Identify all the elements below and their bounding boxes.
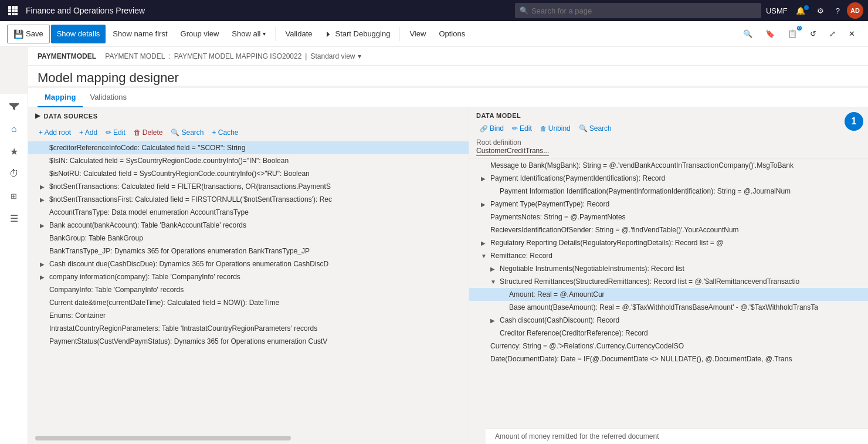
dm-item-4[interactable]: PaymentsNotes: String = @.PaymentNotes xyxy=(469,211,868,223)
dm-item-15[interactable]: Date(DocumentDate): Date = IF(@.Document… xyxy=(469,353,868,365)
tree-item-13[interactable]: Enums: Container xyxy=(28,309,469,322)
delete-ds-btn[interactable]: 🗑 Delete xyxy=(130,127,167,138)
group-view-button[interactable]: Group view xyxy=(175,25,225,43)
app-grid-icon[interactable] xyxy=(5,2,21,19)
show-details-button[interactable]: Show details xyxy=(51,25,106,43)
options-button[interactable]: Options xyxy=(433,25,471,43)
svg-rect-6 xyxy=(8,13,11,15)
dm-item-8[interactable]: ▶ Negotiable Instruments(NegotiableInstr… xyxy=(469,262,868,275)
sidebar-item-recent[interactable]: ⏱ xyxy=(4,163,25,184)
dm-item-2[interactable]: Payment Information Identification(Payme… xyxy=(469,185,868,198)
dm-item-13[interactable]: Creditor Reference(CreditorReference): R… xyxy=(469,327,868,340)
start-debugging-button[interactable]: ⏵ Start Debugging xyxy=(319,25,396,43)
sidebar-item-filter[interactable] xyxy=(4,96,25,117)
tree-item-6-label: Bank account(bankAccount): Table 'BankAc… xyxy=(49,221,246,229)
left-panel-scrollbar-area xyxy=(28,433,469,444)
tree-item-10[interactable]: ▶ company information(company): Table 'C… xyxy=(28,270,469,283)
app-wrapper: Finance and Operations Preview 🔍 USMF 🔔 … xyxy=(0,0,868,444)
tree-item-1[interactable]: $IsIN: Calculated field = SysCountryRegi… xyxy=(28,154,469,167)
sidebar-item-home[interactable]: ⌂ xyxy=(4,118,25,140)
view-selector[interactable]: Standard view ▾ xyxy=(310,52,361,60)
tree-item-14[interactable]: IntrastatCountryRegionParameters: Table … xyxy=(28,322,469,335)
delete-ds-label: Delete xyxy=(143,128,163,137)
expand-btn[interactable]: ⤢ xyxy=(823,25,842,43)
search-toolbar-btn[interactable]: 🔍 xyxy=(737,25,758,43)
root-def-value[interactable]: CustomerCreditTrans... xyxy=(476,147,549,156)
notification-bell-btn[interactable]: 🔔 xyxy=(791,4,810,18)
tab-mapping[interactable]: Mapping xyxy=(38,88,83,107)
dm-item-0[interactable]: Message to Bank(MsgBank): String = @.'ve… xyxy=(469,159,868,172)
sidebar-item-favorites[interactable]: ★ xyxy=(4,141,25,162)
validate-button[interactable]: Validate xyxy=(279,25,318,43)
data-model-tree: Message to Bank(MsgBank): String = @.'ve… xyxy=(469,159,868,433)
search-dm-btn[interactable]: 🔍 Search xyxy=(575,123,615,134)
dm-item-12[interactable]: ▶ Cash discount(CashDiscount): Record xyxy=(469,314,868,327)
tree-item-15[interactable]: PaymentStatus(CustVendPaymStatus): Dynam… xyxy=(28,335,469,348)
tree-item-1-label: $IsIN: Calculated field = SysCountryRegi… xyxy=(49,157,289,165)
data-sources-expand-icon[interactable]: ▶ xyxy=(35,112,40,120)
help-btn[interactable]: ? xyxy=(831,4,845,18)
dm-item-9[interactable]: ▼ Structured Remittances(StructuredRemit… xyxy=(469,275,868,288)
edit-dm-icon: ✏ xyxy=(512,124,518,133)
tree-item-12[interactable]: Current date&time(currentDateTime): Calc… xyxy=(28,296,469,309)
search-ds-btn[interactable]: 🔍 Search xyxy=(167,127,207,138)
dm-item-7-label: Remittance: Record xyxy=(490,252,552,260)
edit-dm-btn[interactable]: ✏ Edit xyxy=(508,123,535,134)
sidebar-item-list[interactable]: ☰ xyxy=(4,208,25,229)
tree-item-9-chevron: ▶ xyxy=(40,261,47,267)
view-selector-chevron-icon: ▾ xyxy=(358,52,361,60)
dm-item-10[interactable]: Amount: Real = @.AmountCur xyxy=(469,288,868,301)
tree-item-4[interactable]: ▶ $notSentTransactionsFirst: Calculated … xyxy=(28,193,469,206)
badge-circle: 1 xyxy=(845,112,863,131)
close-btn[interactable]: ✕ xyxy=(843,25,861,43)
tree-item-3[interactable]: ▶ $notSentTransactions: Calculated field… xyxy=(28,180,469,193)
breadcrumb-part2: PAYMENT MODEL xyxy=(105,52,165,60)
tree-item-9[interactable]: ▶ Cash discount due(CashDiscDue): Dynami… xyxy=(28,257,469,270)
dm-item-11[interactable]: Base amount(BaseAmount): Real = @.'$TaxW… xyxy=(469,301,868,314)
dm-item-1[interactable]: ▶ Payment Identifications(PaymentIdentif… xyxy=(469,172,868,185)
dm-item-3-chevron: ▶ xyxy=(481,201,488,208)
dm-item-14[interactable]: Currency: String = @.'>Relations'.Curren… xyxy=(469,340,868,353)
search-page-input[interactable] xyxy=(515,3,761,18)
dm-item-10-label: Amount: Real = @.AmountCur xyxy=(509,290,605,299)
add-btn[interactable]: + Add xyxy=(76,127,101,138)
bind-btn[interactable]: 🔗 Bind xyxy=(476,123,507,134)
settings-btn[interactable]: ⚙ xyxy=(812,4,829,18)
dm-item-3-label: Payment Type(PaymentType): Record xyxy=(490,200,609,208)
view-button[interactable]: View xyxy=(404,25,432,43)
search-ds-icon: 🔍 xyxy=(171,128,179,137)
user-avatar[interactable]: AD xyxy=(847,2,863,19)
tab-validations[interactable]: Validations xyxy=(83,88,134,107)
tree-item-4-label: $notSentTransactionsFirst: Calculated fi… xyxy=(49,195,332,204)
tree-item-2[interactable]: $isNotRU: Calculated field = SysCountryR… xyxy=(28,167,469,180)
tree-item-7[interactable]: BankGroup: Table BankGroup xyxy=(28,232,469,245)
save-button[interactable]: 💾 Save xyxy=(7,25,50,43)
show-all-button[interactable]: Show all ▾ xyxy=(226,25,272,43)
dm-item-3[interactable]: ▶ Payment Type(PaymentType): Record xyxy=(469,198,868,211)
data-model-header: DATA MODEL xyxy=(469,107,868,121)
tree-item-5[interactable]: AccountTransType: Data model enumeration… xyxy=(28,206,469,219)
tree-item-11[interactable]: CompanyInfo: Table 'CompanyInfo' records xyxy=(28,283,469,296)
dm-item-5[interactable]: RecieversIdentificationOfSender: String … xyxy=(469,223,868,236)
breadcrumb-sep3: | xyxy=(305,52,307,60)
bookmark-btn[interactable]: 🔖 xyxy=(760,25,781,43)
svg-rect-8 xyxy=(15,13,18,15)
tree-item-8[interactable]: BankTransType_JP: Dynamics 365 for Opera… xyxy=(28,245,469,257)
view-label: View xyxy=(409,29,426,38)
tree-item-6[interactable]: ▶ Bank account(bankAccount): Table 'Bank… xyxy=(28,219,469,232)
dm-item-6[interactable]: ▶ Regulatory Reporting Details(Regulator… xyxy=(469,236,868,249)
unbind-btn[interactable]: 🗑 Unbind xyxy=(537,123,574,134)
edit-ds-btn[interactable]: ✏ Edit xyxy=(102,127,129,138)
left-panel-hscrollbar[interactable] xyxy=(35,436,462,440)
add-root-btn[interactable]: + Add root xyxy=(35,127,74,138)
tree-item-0[interactable]: $creditorReferenceInfoCode: Calculated f… xyxy=(28,141,469,154)
dm-item-8-chevron: ▶ xyxy=(490,266,497,272)
refresh-btn[interactable]: ↺ xyxy=(804,25,822,43)
search-dm-label: Search xyxy=(589,124,612,133)
cache-btn[interactable]: + Cache xyxy=(208,127,242,138)
dm-item-7[interactable]: ▼ Remittance: Record xyxy=(469,249,868,262)
flag-btn[interactable]: 📋 0 xyxy=(782,25,803,43)
main-workspace: PAYMENTMODEL PAYMENT MODEL : PAYMENT MOD… xyxy=(28,47,868,444)
show-name-first-button[interactable]: Show name first xyxy=(107,25,173,43)
sidebar-item-workspaces[interactable]: ⊞ xyxy=(4,185,25,206)
